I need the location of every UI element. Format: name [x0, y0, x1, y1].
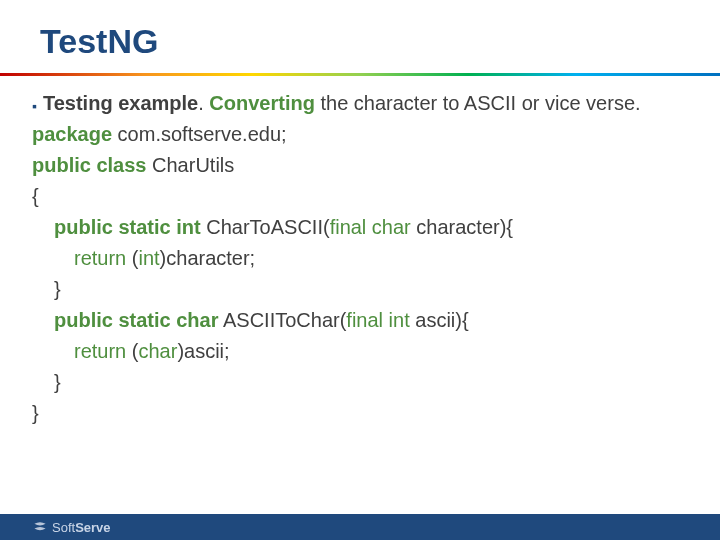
bullet-text: Testing example. Converting the characte… — [43, 88, 680, 119]
bullet-action: Converting — [209, 92, 315, 114]
bullet-icon: ▪ — [32, 88, 37, 118]
bullet-line: ▪ Testing example. Converting the charac… — [32, 88, 680, 119]
code-line-7: public static char ASCIIToChar(final int… — [32, 305, 680, 336]
class-name: CharUtils — [147, 154, 235, 176]
code-line-1: package com.softserve.edu; — [32, 119, 680, 150]
softserve-logo: SoftServe — [32, 519, 111, 535]
code-line-8: return (char)ascii; — [32, 336, 680, 367]
keyword-method-2: public static char — [54, 309, 219, 331]
slide-title: TestNG — [0, 0, 720, 73]
method-1-name: CharToASCII( — [201, 216, 330, 238]
softserve-icon — [32, 519, 48, 535]
keyword-return-1: return — [74, 247, 126, 269]
code-line-3: { — [32, 181, 680, 212]
bullet-sep: . — [198, 92, 209, 114]
cast-char: char — [138, 340, 177, 362]
keyword-package: package — [32, 123, 112, 145]
code-line-10: } — [32, 398, 680, 429]
bullet-label: Testing example — [43, 92, 198, 114]
method-2-name: ASCIIToChar( — [219, 309, 347, 331]
code-line-2: public class CharUtils — [32, 150, 680, 181]
param-kw-1: final char — [330, 216, 411, 238]
keyword-public-class: public class — [32, 154, 147, 176]
code-line-6: } — [32, 274, 680, 305]
param-kw-2: final int — [346, 309, 409, 331]
keyword-return-2: return — [74, 340, 126, 362]
return-1-b: )character; — [160, 247, 256, 269]
slide-content: ▪ Testing example. Converting the charac… — [0, 76, 720, 429]
bullet-rest: the character to ASCII or vice verse. — [315, 92, 641, 114]
footer-bar: SoftServe — [0, 514, 720, 540]
code-line-9: } — [32, 367, 680, 398]
param-1-rest: character){ — [411, 216, 513, 238]
code-line-5: return (int)character; — [32, 243, 680, 274]
logo-text-serve: Serve — [75, 520, 110, 535]
package-name: com.softserve.edu; — [112, 123, 287, 145]
param-2-rest: ascii){ — [410, 309, 469, 331]
logo-text-soft: Soft — [52, 520, 75, 535]
keyword-method-1: public static int — [54, 216, 201, 238]
return-2-a: ( — [126, 340, 138, 362]
return-2-b: )ascii; — [177, 340, 229, 362]
return-1-a: ( — [126, 247, 138, 269]
cast-int: int — [138, 247, 159, 269]
code-line-4: public static int CharToASCII(final char… — [32, 212, 680, 243]
